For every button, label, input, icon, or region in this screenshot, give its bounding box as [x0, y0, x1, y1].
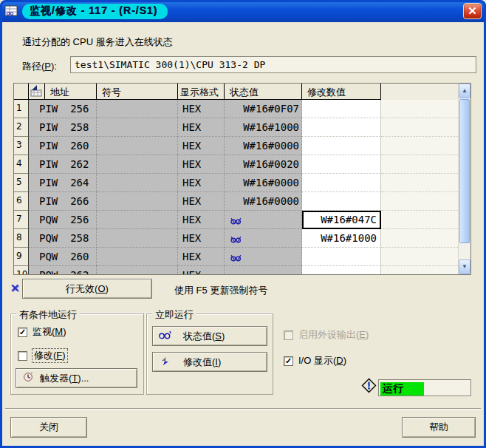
- symbol-cell[interactable]: [97, 155, 178, 174]
- modify-values-button[interactable]: 修改值(I): [152, 352, 267, 372]
- status-cell[interactable]: [225, 266, 302, 274]
- status-cell[interactable]: W#16#0020: [225, 155, 302, 174]
- row-number-cell[interactable]: 8: [14, 229, 29, 248]
- format-cell[interactable]: HEX: [178, 248, 225, 266]
- row-number-cell[interactable]: 6: [14, 192, 29, 211]
- address-cell[interactable]: PIW 258: [29, 118, 97, 137]
- trigger-button[interactable]: 触发器(T)...: [16, 368, 137, 388]
- address-cell[interactable]: PIW 256: [29, 100, 97, 118]
- row-invalid-button[interactable]: 行无效(O): [22, 279, 152, 299]
- scroll-down-button[interactable]: ▼: [459, 259, 470, 274]
- format-cell[interactable]: HEX: [178, 192, 225, 211]
- address-cell[interactable]: PIW 266: [29, 192, 97, 211]
- table-row[interactable]: 7PQW 256HEXW#16#047C: [14, 211, 458, 229]
- modify-value-cell[interactable]: W#16#1000: [302, 229, 381, 248]
- enable-peripheral-outputs-label: 启用外设输出(E): [298, 328, 369, 342]
- symbol-cell[interactable]: [97, 211, 178, 229]
- modify-value-cell[interactable]: W#16#047C: [302, 211, 381, 229]
- modify-value-cell[interactable]: [302, 192, 381, 211]
- status-cell[interactable]: W#16#0000: [225, 192, 302, 211]
- table-row[interactable]: 4PIW 262HEXW#16#0020: [14, 155, 458, 174]
- column-header-symbol[interactable]: 符号: [97, 84, 178, 100]
- modify-checkbox-row: 修改(F): [18, 349, 67, 362]
- row-number-cell[interactable]: 5: [14, 174, 29, 192]
- modify-value-cell[interactable]: [302, 174, 381, 192]
- symbol-cell[interactable]: [97, 118, 178, 137]
- address-cell[interactable]: PQW 260: [29, 248, 97, 266]
- row-number-cell[interactable]: 3: [14, 137, 29, 155]
- close-dialog-button[interactable]: 关闭: [10, 417, 87, 438]
- format-cell[interactable]: HEX: [178, 100, 225, 118]
- status-cell[interactable]: W#16#0000: [225, 174, 302, 192]
- row-number-cell[interactable]: 10: [14, 266, 29, 274]
- row-number-cell[interactable]: 9: [14, 248, 29, 266]
- path-label: 路径(P):: [22, 60, 57, 73]
- scroll-up-icon: ▲: [462, 87, 468, 94]
- symbol-cell[interactable]: [97, 174, 178, 192]
- modify-value-cell[interactable]: [302, 248, 381, 266]
- modify-value-cell[interactable]: [302, 100, 381, 118]
- column-header-status[interactable]: 状态值: [225, 84, 302, 100]
- row-number-cell[interactable]: 1: [14, 100, 29, 118]
- scroll-up-button[interactable]: ▲: [459, 84, 470, 98]
- address-cell[interactable]: PIW 260: [29, 137, 97, 155]
- vertical-scrollbar[interactable]: ▲ ▼: [458, 84, 470, 274]
- status-cell[interactable]: [225, 229, 302, 248]
- footer-separator: [5, 408, 481, 410]
- close-button[interactable]: ✕: [463, 3, 482, 19]
- status-cell[interactable]: [225, 211, 302, 229]
- table-body: 1PIW 256HEXW#16#0F072PIW 258HEXW#16#1000…: [14, 100, 458, 274]
- format-cell[interactable]: HEX: [178, 266, 225, 274]
- table-row[interactable]: 1PIW 256HEXW#16#0F07: [14, 100, 458, 118]
- row-number-cell[interactable]: 4: [14, 155, 29, 174]
- modify-values-label: 修改值(I): [183, 356, 221, 369]
- monitor-checkbox[interactable]: ✓: [18, 327, 27, 337]
- symbol-cell[interactable]: [97, 192, 178, 211]
- modify-value-cell[interactable]: [302, 155, 381, 174]
- symbol-cell[interactable]: [97, 266, 178, 274]
- table-row[interactable]: 5PIW 264HEXW#16#0000: [14, 174, 458, 192]
- modify-value-cell[interactable]: [302, 266, 381, 274]
- address-cell[interactable]: PIW 264: [29, 174, 97, 192]
- scrollbar-thumb[interactable]: [459, 99, 470, 243]
- status-values-button[interactable]: 状态值(S): [152, 326, 267, 346]
- status-cell[interactable]: [225, 248, 302, 266]
- address-cell[interactable]: PQW 262: [29, 266, 97, 274]
- status-cell[interactable]: W#16#0000: [225, 137, 302, 155]
- group-run-conditionally-title: 有条件地运行: [16, 308, 80, 322]
- address-cell[interactable]: PQW 256: [29, 211, 97, 229]
- address-cell[interactable]: PQW 258: [29, 229, 97, 248]
- sort-icon[interactable]: [29, 84, 45, 100]
- column-header-address[interactable]: 地址: [45, 84, 97, 100]
- format-cell[interactable]: HEX: [178, 137, 225, 155]
- symbol-cell[interactable]: [97, 137, 178, 155]
- symbol-cell[interactable]: [97, 248, 178, 266]
- column-header-modify[interactable]: 修改数值: [302, 84, 381, 100]
- format-cell[interactable]: HEX: [178, 174, 225, 192]
- row-number-cell[interactable]: 7: [14, 211, 29, 229]
- modify-checkbox[interactable]: [18, 351, 27, 361]
- modify-value-cell[interactable]: [302, 137, 381, 155]
- modify-value-cell[interactable]: [302, 118, 381, 137]
- format-cell[interactable]: HEX: [178, 155, 225, 174]
- table-row[interactable]: 8PQW 258HEXW#16#1000: [14, 229, 458, 248]
- column-header-format[interactable]: 显示格式: [178, 84, 225, 100]
- row-number-cell[interactable]: 2: [14, 118, 29, 137]
- table-row[interactable]: 9PQW 260HEX: [14, 248, 458, 266]
- table-row[interactable]: 3PIW 260HEXW#16#0000: [14, 137, 458, 155]
- format-cell[interactable]: HEX: [178, 118, 225, 137]
- symbol-cell[interactable]: [97, 229, 178, 248]
- table-row[interactable]: 6PIW 266HEXW#16#0000: [14, 192, 458, 211]
- address-cell[interactable]: PIW 262: [29, 155, 97, 174]
- io-display-checkbox[interactable]: ✓: [284, 356, 293, 366]
- status-cell[interactable]: W#16#0F07: [225, 100, 302, 118]
- table-row[interactable]: 10PQW 262HEX: [14, 266, 458, 274]
- format-cell[interactable]: HEX: [178, 211, 225, 229]
- table-row[interactable]: 2PIW 258HEXW#16#1000: [14, 118, 458, 137]
- help-button[interactable]: 帮助: [402, 417, 476, 438]
- row-filler-cell: [381, 100, 458, 118]
- symbol-cell[interactable]: [97, 100, 178, 118]
- status-cell[interactable]: W#16#1000: [225, 118, 302, 137]
- format-cell[interactable]: HEX: [178, 229, 225, 248]
- path-field[interactable]: test1\SIMATIC 300(1)\CPU 313-2 DP: [70, 56, 476, 73]
